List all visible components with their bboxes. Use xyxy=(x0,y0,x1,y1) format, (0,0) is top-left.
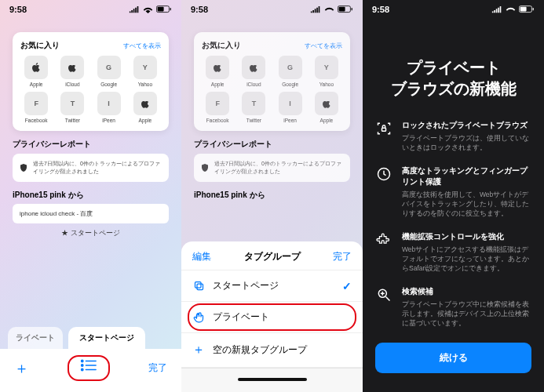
favorites-card: お気に入り すべてを表示 Apple iCloud GGoogle YYahoo… xyxy=(13,32,169,131)
clock-icon xyxy=(375,165,392,219)
status-icons xyxy=(491,5,535,13)
intro-title: プライベートブラウズの新機能 xyxy=(375,57,531,100)
letter-icon: Y xyxy=(133,56,157,79)
feature-extensions: 機能拡張コントロールを強化Webサイトにアクセスする機能拡張はデフォルトでオフに… xyxy=(375,231,531,274)
privacy-title: プライバシーレポート xyxy=(13,139,169,150)
sheet-row-private[interactable]: プライベート xyxy=(181,302,363,333)
copy-icon xyxy=(192,280,205,292)
status-bar: 9:58 xyxy=(181,0,363,16)
svg-point-3 xyxy=(82,360,83,361)
svg-rect-10 xyxy=(339,7,345,12)
sheet-bottom xyxy=(181,368,363,392)
favorites-grid: Apple iCloud GGoogle YYahoo FFacebook TT… xyxy=(20,56,161,123)
status-bar: 9:58 xyxy=(0,0,181,16)
status-icons xyxy=(310,5,353,13)
search-icon xyxy=(375,286,392,328)
favorite-item[interactable]: FFacebook xyxy=(20,92,52,123)
favorite-item[interactable]: Apple xyxy=(130,92,161,123)
svg-rect-11 xyxy=(352,8,352,10)
screen-private-intro: 9:58 プライベートブラウズの新機能 ロックされたプライベートブラウズプライベ… xyxy=(363,0,544,392)
status-time: 9:58 xyxy=(372,5,389,14)
favorite-item[interactable]: TTwitter xyxy=(57,92,88,123)
puzzle-icon xyxy=(375,231,392,274)
favorite-item[interactable]: YYahoo xyxy=(130,56,161,87)
letter-icon: I xyxy=(97,92,121,115)
plus-icon: ＋ xyxy=(192,342,205,358)
letter-icon: T xyxy=(60,92,84,115)
tab-strip: ライベート スタートページ xyxy=(0,327,181,349)
privacy-box[interactable]: 過去7日間以内に、0件のトラッカーによるプロファイリングが阻止されました xyxy=(13,154,169,182)
svg-rect-15 xyxy=(520,7,527,12)
favorites-card-dimmed: お気に入りすべてを表示 Apple iCloud GGoogle YYahoo … xyxy=(194,32,350,131)
sheet-list: スタートページ ✓ プライベート ＋ 空の新規タブグループ xyxy=(181,270,363,368)
sheet-done-button[interactable]: 完了 xyxy=(333,250,352,263)
tab-groups-sheet: 編集 タブグループ 完了 スタートページ ✓ プライベート ＋ 空の新規タブグル… xyxy=(181,241,363,392)
hand-icon xyxy=(192,311,205,323)
lock-scan-icon xyxy=(375,120,392,153)
tab-groups-button[interactable] xyxy=(80,358,97,376)
feature-tracking: 高度なトラッキングとフィンガープリント保護高度な技術を使用して、Webサイトがデ… xyxy=(375,165,531,219)
privacy-report: プライバシーレポート 過去7日間以内に、0件のトラッカーによるプロファイリングが… xyxy=(13,139,169,182)
start-page-label: ★ スタートページ xyxy=(0,229,181,238)
sheet-title: タブグループ xyxy=(244,250,301,263)
status-icons xyxy=(129,5,172,13)
apple-icon xyxy=(24,56,48,79)
svg-rect-12 xyxy=(195,282,201,289)
letter-icon: F xyxy=(24,92,48,115)
show-all-link[interactable]: すべてを表示 xyxy=(123,42,161,50)
feature-lock: ロックされたプライベートブラウズプライベートブラウズは、使用していないときはロッ… xyxy=(375,120,531,153)
svg-rect-1 xyxy=(158,7,164,12)
svg-rect-16 xyxy=(533,8,534,10)
feature-search: 検索候補プライベートブラウズ中に検索候補を表示します。候補はデバイス上の上位検索… xyxy=(375,286,531,328)
home-indicator xyxy=(238,378,307,381)
bottom-bar: ライベート スタートページ ＋ 完了 xyxy=(0,327,181,392)
tab-startpage[interactable]: スタートページ xyxy=(68,327,145,349)
svg-point-5 xyxy=(82,365,83,366)
svg-point-7 xyxy=(82,368,83,370)
favorite-item[interactable]: IiPeen xyxy=(93,92,125,123)
favorite-item[interactable]: Apple xyxy=(20,56,52,87)
status-time: 9:58 xyxy=(9,5,27,14)
check-icon: ✓ xyxy=(342,280,352,292)
status-bar: 9:58 xyxy=(363,0,544,16)
sheet-row-startpage[interactable]: スタートページ ✓ xyxy=(181,270,363,302)
favorite-item[interactable]: GGoogle xyxy=(93,56,125,87)
tab-private[interactable]: ライベート xyxy=(8,327,63,349)
screen-safari-startpage: 9:58 お気に入り すべてを表示 Apple iCloud GGoogle Y… xyxy=(0,0,181,392)
favorite-item[interactable]: iCloud xyxy=(57,56,88,87)
sheet-row-newgroup[interactable]: ＋ 空の新規タブグループ xyxy=(181,333,363,368)
continue-button[interactable]: 続ける xyxy=(375,343,531,373)
apple-icon xyxy=(60,56,84,79)
svg-rect-2 xyxy=(170,8,171,10)
toolbar: ＋ 完了 xyxy=(0,349,181,392)
letter-icon: G xyxy=(97,56,121,79)
done-button[interactable]: 完了 xyxy=(148,361,167,375)
from-device-item[interactable]: iphone icloud check - 百度 xyxy=(13,204,169,223)
apple-icon xyxy=(133,92,157,115)
shield-icon xyxy=(19,163,28,173)
highlight-ring xyxy=(68,355,110,381)
svg-rect-17 xyxy=(382,128,386,131)
svg-line-20 xyxy=(386,296,390,300)
screen-tabgroups-sheet: 9:58 お気に入りすべてを表示 Apple iCloud GGoogle YY… xyxy=(181,0,363,392)
favorites-title: お気に入り xyxy=(20,40,60,51)
new-tab-button[interactable]: ＋ xyxy=(14,358,29,379)
from-device-title: iPhone15 pink から xyxy=(13,190,169,201)
sheet-edit-button[interactable]: 編集 xyxy=(192,250,211,263)
status-time: 9:58 xyxy=(191,5,208,14)
svg-rect-13 xyxy=(197,284,203,290)
